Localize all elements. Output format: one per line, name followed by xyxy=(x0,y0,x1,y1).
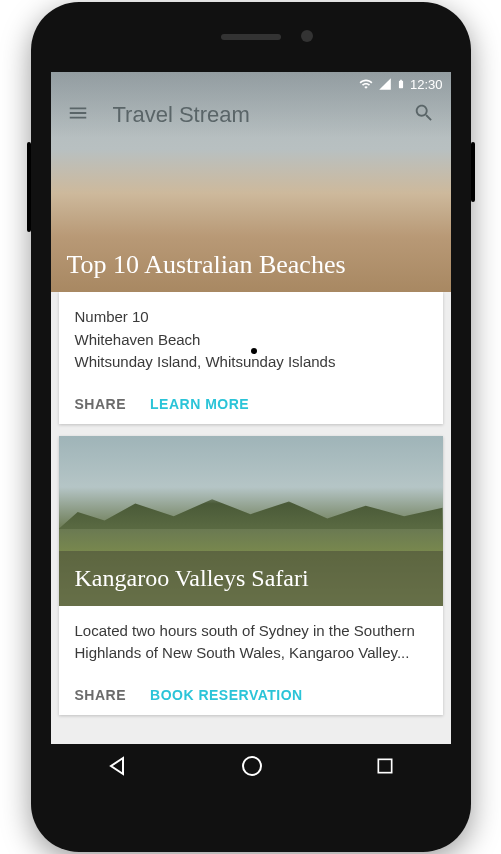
wifi-icon xyxy=(358,77,374,91)
learn-more-button[interactable]: LEARN MORE xyxy=(150,396,249,412)
svg-rect-1 xyxy=(378,759,391,772)
hero-title: Top 10 Australian Beaches xyxy=(51,238,451,292)
volume-button[interactable] xyxy=(27,142,31,232)
content-area[interactable]: Number 10 Whitehaven Beach Whitsunday Is… xyxy=(51,292,451,744)
share-button[interactable]: SHARE xyxy=(75,396,127,412)
power-button[interactable] xyxy=(471,142,475,202)
status-time: 12:30 xyxy=(410,77,443,92)
card-image: Kangaroo Valleys Safari xyxy=(59,436,443,606)
card-beaches[interactable]: Number 10 Whitehaven Beach Whitsunday Is… xyxy=(59,292,443,424)
android-nav-bar xyxy=(51,744,451,792)
search-icon[interactable] xyxy=(413,102,435,128)
card-line: Whitehaven Beach xyxy=(75,329,427,352)
recent-apps-icon[interactable] xyxy=(375,756,395,780)
indicator-dot xyxy=(251,348,257,354)
card-image-title: Kangaroo Valleys Safari xyxy=(59,551,443,606)
share-button[interactable]: SHARE xyxy=(75,687,127,703)
card-line: Number 10 xyxy=(75,306,427,329)
phone-frame: 12:30 Travel Stream Top 10 Australian Be… xyxy=(31,2,471,852)
status-bar: 12:30 xyxy=(51,72,451,96)
battery-icon xyxy=(396,76,406,92)
svg-point-0 xyxy=(243,757,261,775)
hero-image: Travel Stream Top 10 Australian Beaches xyxy=(51,72,451,292)
back-icon[interactable] xyxy=(106,754,130,782)
app-title: Travel Stream xyxy=(113,102,389,128)
home-icon[interactable] xyxy=(240,754,264,782)
screen: 12:30 Travel Stream Top 10 Australian Be… xyxy=(51,72,451,792)
card-safari[interactable]: Kangaroo Valleys Safari Located two hour… xyxy=(59,436,443,715)
card-body: Number 10 Whitehaven Beach Whitsunday Is… xyxy=(59,292,443,388)
card-actions: SHARE BOOK RESERVATION xyxy=(59,679,443,715)
card-actions: SHARE LEARN MORE xyxy=(59,388,443,424)
menu-icon[interactable] xyxy=(67,102,89,128)
card-line: Whitsunday Island, Whitsunday Islands xyxy=(75,351,427,374)
book-reservation-button[interactable]: BOOK RESERVATION xyxy=(150,687,303,703)
card-body: Located two hours south of Sydney in the… xyxy=(59,606,443,679)
signal-icon xyxy=(378,77,392,91)
